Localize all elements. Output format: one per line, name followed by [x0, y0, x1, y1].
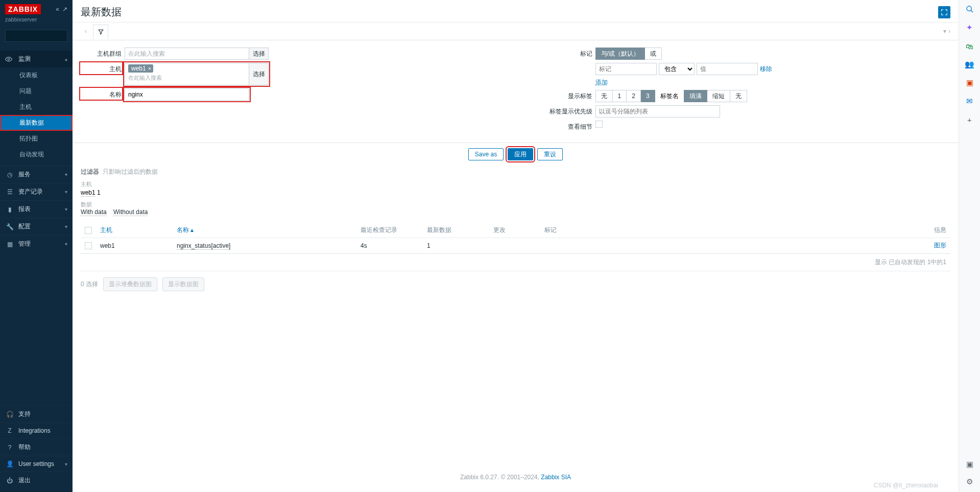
right-toolbar: ✦ 🛍 👥 ▣ ✉ + ▣ ⚙ — [959, 0, 980, 492]
showtags-1[interactable]: 1 — [613, 90, 627, 102]
sidebar-item-latest-data[interactable]: 最新数据 — [0, 115, 73, 131]
sidebar-search[interactable] — [5, 30, 67, 42]
sidebar-item-hosts[interactable]: 主机 — [0, 99, 73, 115]
popout-icon[interactable]: ↗ — [62, 6, 67, 13]
save-as-button[interactable]: Save as — [468, 148, 504, 160]
filter-tab[interactable] — [93, 25, 108, 39]
outlook-tool-icon[interactable]: ✉ — [965, 96, 975, 106]
showtags-2[interactable]: 2 — [627, 90, 641, 102]
summary-host-link[interactable]: web1 — [81, 189, 95, 197]
hostgroup-input[interactable]: 在此输入搜索 — [125, 48, 249, 60]
nav-help[interactable]: ?帮助 — [0, 438, 73, 456]
svg-line-4 — [971, 10, 973, 12]
nav-services[interactable]: ◷服务▾ — [0, 166, 73, 183]
page-title: 最新数据 — [81, 5, 122, 19]
people-tool-icon[interactable]: 👥 — [965, 59, 975, 69]
sparkle-tool-icon[interactable]: ✦ — [965, 22, 975, 33]
chevron-down-icon: ▾ — [65, 241, 67, 247]
graph-link[interactable]: 图形 — [934, 242, 946, 249]
priority-label: 标签显示优先级 — [531, 105, 592, 116]
details-label: 查看细节 — [531, 121, 592, 131]
host-token[interactable]: web1× — [128, 64, 153, 73]
host-input[interactable]: web1× 在此输入搜索 — [125, 63, 249, 85]
tagname-segment[interactable]: 填满 缩短 无 — [684, 90, 747, 102]
tag-name-input[interactable] — [595, 63, 657, 75]
chevron-down-icon: ▾ — [65, 189, 67, 195]
server-name: zabbixserver — [5, 16, 67, 22]
remove-token-icon[interactable]: × — [148, 65, 151, 72]
summary-data-label: 数据 — [81, 201, 950, 208]
filter-prev-icon[interactable]: ‹ — [81, 28, 91, 35]
nav-admin[interactable]: ▦管理▾ — [0, 235, 73, 252]
without-data-link[interactable]: Without data — [113, 208, 148, 216]
col-name[interactable]: 名称 ▴ — [177, 226, 194, 233]
search-tool-icon[interactable] — [965, 4, 975, 14]
cell-host: web1 — [96, 238, 173, 253]
apply-button[interactable]: 应用 — [508, 148, 533, 160]
row-checkbox[interactable] — [85, 242, 92, 249]
with-data-link[interactable]: With data — [81, 208, 107, 216]
chevron-up-icon: ▴ — [65, 56, 67, 62]
tags-andor-button[interactable]: 与/或（默认） — [595, 48, 645, 60]
settings-tool-icon[interactable]: ⚙ — [965, 477, 975, 487]
zabbix-sia-link[interactable]: Zabbix SIA — [541, 474, 571, 481]
store-tool-icon[interactable]: 🛍 — [965, 41, 975, 51]
tag-remove-link[interactable]: 移除 — [760, 65, 772, 74]
col-value: 最新数据 — [423, 223, 489, 238]
reset-button[interactable]: 重设 — [537, 148, 563, 160]
sidebar-item-maps[interactable]: 拓扑图 — [0, 131, 73, 147]
tag-add-link[interactable]: 添加 — [595, 78, 608, 87]
selection-count: 0 选择 — [81, 280, 98, 289]
cell-item-name[interactable]: nginx_status[active] — [177, 242, 230, 250]
sidebar-item-problems[interactable]: 问题 — [0, 83, 73, 99]
chevron-down-icon: ▾ — [65, 172, 67, 177]
sidebar-item-dashboard[interactable]: 仪表板 — [0, 67, 73, 83]
tags-mode-segment[interactable]: 与/或（默认） 或 — [595, 48, 662, 60]
table-row: web1 nginx_status[active] 4s 1 图形 — [81, 238, 950, 253]
name-input[interactable] — [125, 88, 249, 101]
filter-next-icon[interactable]: › — [948, 28, 950, 35]
wrench-icon: 🔧 — [5, 223, 14, 230]
host-select-button[interactable]: 选择 — [249, 63, 269, 85]
zabbix-logo[interactable]: ZABBIX — [5, 4, 41, 14]
panel-tool-icon[interactable]: ▣ — [965, 459, 975, 470]
col-last: 最近检查记录 — [356, 223, 423, 238]
hostgroup-select-button[interactable]: 选择 — [249, 48, 269, 60]
tag-op-select[interactable]: 包含 — [659, 63, 695, 75]
tags-or-button[interactable]: 或 — [645, 48, 662, 60]
col-tags: 标记 — [540, 223, 920, 238]
nav-monitoring[interactable]: 监测 ▴ — [0, 50, 73, 67]
cell-value: 1 — [423, 238, 489, 253]
summary-title: 过滤器 — [81, 168, 99, 175]
priority-input[interactable] — [595, 105, 720, 118]
nav-support[interactable]: 🎧支持 — [0, 405, 73, 423]
nav-integrations[interactable]: ZIntegrations — [0, 423, 73, 438]
nav-reports[interactable]: ▮报表▾ — [0, 200, 73, 218]
showtags-none[interactable]: 无 — [595, 90, 613, 102]
chevron-down-icon: ▾ — [65, 224, 67, 229]
user-icon: 👤 — [5, 460, 14, 467]
nav-config[interactable]: 🔧配置▾ — [0, 218, 73, 235]
showtags-label: 显示标签 — [531, 90, 592, 101]
data-table: 主机 名称 ▴ 最近检查记录 最新数据 更改 标记 信息 web1 nginx_… — [81, 223, 950, 253]
col-host[interactable]: 主机 — [100, 226, 112, 233]
sidebar-item-discovery[interactable]: 自动发现 — [0, 147, 73, 162]
office-tool-icon[interactable]: ▣ — [965, 78, 975, 88]
nav-monitoring-label: 监测 — [18, 55, 31, 63]
add-tool-icon[interactable]: + — [965, 114, 975, 125]
showtags-segment[interactable]: 无 1 2 3 — [595, 90, 655, 102]
filter-collapse-icon[interactable]: ▾ — [943, 28, 946, 35]
kiosk-mode-button[interactable] — [938, 6, 950, 18]
details-checkbox[interactable] — [595, 121, 603, 128]
tagname-none[interactable]: 无 — [730, 90, 747, 102]
power-icon: ⏻ — [5, 477, 14, 484]
nav-inventory[interactable]: ☰资产记录▾ — [0, 183, 73, 200]
showtags-3[interactable]: 3 — [641, 90, 655, 102]
tag-value-input[interactable] — [697, 63, 758, 75]
select-all-checkbox[interactable] — [85, 227, 92, 234]
tagname-full[interactable]: 填满 — [684, 90, 707, 102]
nav-user-settings[interactable]: 👤User settings▾ — [0, 456, 73, 472]
tagname-short[interactable]: 缩短 — [707, 90, 730, 102]
nav-logout[interactable]: ⏻退出 — [0, 472, 73, 489]
collapse-sidebar-icon[interactable]: « — [56, 6, 59, 13]
